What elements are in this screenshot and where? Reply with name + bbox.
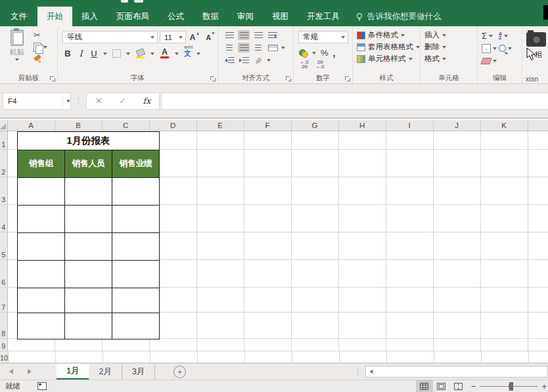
row-header-1[interactable]: 1 (0, 131, 8, 150)
row-header-8[interactable]: 8 (0, 313, 8, 339)
cell-styles-button[interactable]: 单元格样式 (357, 54, 420, 64)
camera-icon[interactable] (526, 32, 546, 47)
row-header-2[interactable]: 2 (0, 150, 8, 177)
grid-cell[interactable] (434, 150, 481, 177)
copy-button[interactable] (34, 43, 47, 52)
format-as-table-button[interactable]: 套用表格格式 (357, 42, 420, 52)
column-header-C[interactable]: C (103, 120, 150, 131)
tab-review[interactable]: 审阅 (228, 7, 263, 26)
grid-cell[interactable] (244, 177, 292, 205)
grid-cell[interactable] (528, 131, 548, 150)
grid-cell[interactable] (339, 131, 386, 150)
grid-cell[interactable] (292, 339, 339, 351)
zoom-in-button[interactable]: + (541, 381, 547, 391)
grid-cell[interactable] (386, 339, 434, 351)
sheet-nav-right-icon[interactable] (28, 369, 32, 374)
format-cells-button[interactable]: 格式 (424, 54, 477, 64)
fill-color-dropdown-icon[interactable] (150, 53, 154, 55)
grid-cell[interactable] (481, 177, 528, 205)
table-cell[interactable] (65, 313, 112, 339)
grid-cell[interactable] (339, 260, 386, 288)
table-cell[interactable] (112, 206, 160, 233)
row-header-10[interactable]: 10 (0, 351, 9, 363)
grid-cell[interactable] (481, 288, 528, 313)
grid-cell[interactable] (244, 131, 292, 150)
grid-cell[interactable] (292, 177, 339, 205)
borders-dropdown-icon[interactable] (126, 53, 130, 55)
column-header-J[interactable]: J (434, 120, 481, 131)
tab-page-layout[interactable]: 页面布局 (107, 7, 158, 26)
grid-cell[interactable] (197, 232, 244, 260)
table-cell[interactable] (65, 206, 112, 233)
align-center-button[interactable] (238, 43, 250, 53)
accounting-format-icon[interactable] (299, 49, 308, 56)
table-cell[interactable] (112, 178, 160, 206)
grid-cell[interactable] (150, 351, 198, 363)
column-header-D[interactable]: D (150, 120, 197, 131)
paste-dropdown-icon[interactable] (15, 58, 19, 61)
grid-cell[interactable] (434, 351, 482, 363)
grid-cell[interactable] (528, 205, 548, 232)
fill-color-button[interactable] (135, 49, 145, 58)
wrap-text-button[interactable] (267, 30, 279, 40)
grid-cell[interactable] (434, 260, 481, 288)
table-cell[interactable] (18, 313, 65, 339)
grid-cell[interactable] (55, 339, 103, 351)
horizontal-scrollbar[interactable] (365, 366, 548, 378)
grid-cell[interactable] (528, 177, 548, 205)
formula-bar-handle[interactable]: ⋮ (75, 97, 82, 105)
grid-cell[interactable] (197, 288, 244, 313)
underline-dropdown-icon[interactable] (103, 53, 107, 55)
column-header-partial[interactable] (528, 120, 548, 131)
tab-formulas[interactable]: 公式 (158, 7, 193, 26)
number-format-combo[interactable]: 常规 (298, 31, 348, 43)
grid-cell[interactable] (434, 288, 481, 313)
table-cell[interactable] (65, 288, 112, 313)
grid-cell[interactable] (529, 351, 548, 363)
grid-cell[interactable] (387, 351, 434, 363)
merge-dropdown-icon[interactable] (281, 47, 285, 49)
align-middle-button[interactable] (238, 30, 250, 40)
formula-input[interactable] (161, 93, 548, 110)
grid-cell[interactable] (481, 131, 528, 150)
column-header-A[interactable]: A (8, 120, 55, 131)
grid-cell[interactable] (339, 177, 386, 205)
table-header-sales-person[interactable]: 销售人员 (65, 150, 112, 178)
grid-cell[interactable] (197, 150, 244, 177)
grid-cell[interactable] (528, 260, 548, 288)
grid-cell[interactable] (481, 313, 528, 339)
grid-cell[interactable] (150, 339, 197, 351)
grid-cell[interactable] (434, 232, 481, 260)
increase-decimal-button[interactable]: ←.0 .00 (300, 60, 309, 69)
underline-button[interactable]: U (90, 49, 98, 58)
table-header-sales-group[interactable]: 销售组 (18, 150, 65, 178)
tabbar-resize-handle[interactable]: ⋮ (354, 368, 361, 376)
table-cell[interactable] (112, 288, 160, 313)
add-sheet-button[interactable]: + (173, 366, 186, 378)
enter-button[interactable]: ✓ (119, 96, 126, 106)
delete-cells-button[interactable]: 删除 (424, 42, 477, 52)
insert-cells-button[interactable]: 插入 (424, 30, 477, 40)
grid-cell[interactable] (292, 288, 339, 313)
page-break-view-button[interactable] (450, 380, 467, 392)
grid-cell[interactable] (434, 205, 481, 232)
align-top-button[interactable] (223, 30, 235, 40)
grid-cell[interactable] (197, 313, 244, 339)
tab-developer[interactable]: 开发工具 (298, 7, 349, 26)
grid-cell[interactable] (481, 232, 528, 260)
grid-cell[interactable] (482, 351, 529, 363)
table-cell[interactable] (18, 288, 65, 313)
font-name-combo[interactable]: 等线 (62, 31, 158, 43)
name-box[interactable]: F4 (3, 93, 71, 110)
conditional-formatting-button[interactable]: 条件格式 (357, 30, 420, 40)
grid-cell[interactable] (528, 288, 548, 313)
grid-cell[interactable] (292, 351, 340, 363)
decrease-font-button[interactable]: A▼ (204, 33, 217, 41)
row-header-5[interactable]: 5 (0, 232, 8, 260)
grid-cell[interactable] (197, 205, 244, 232)
grid-cell[interactable] (386, 288, 434, 313)
grid-cell[interactable] (386, 150, 434, 177)
table-title-cell[interactable]: 1月份报表 (18, 132, 160, 150)
tab-home[interactable]: 开始 (37, 7, 72, 26)
increase-indent-button[interactable] (238, 55, 250, 65)
